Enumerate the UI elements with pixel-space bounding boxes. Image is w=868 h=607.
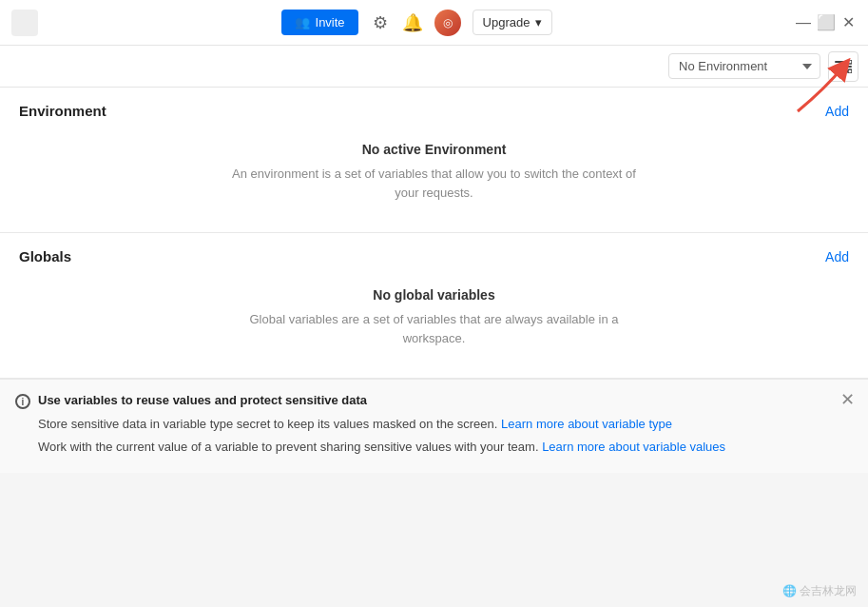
- globals-add-button[interactable]: Add: [825, 249, 849, 264]
- watermark: 🌐 会吉林龙网: [782, 583, 857, 599]
- titlebar-right: — ⬜ ✕: [796, 15, 857, 30]
- upgrade-button[interactable]: Upgrade ▾: [473, 10, 553, 35]
- globals-section-title: Globals: [19, 248, 71, 264]
- svg-rect-1: [835, 66, 852, 68]
- titlebar-left: [11, 10, 38, 36]
- svg-rect-4: [848, 69, 852, 73]
- gear-icon[interactable]: ⚙: [370, 12, 391, 33]
- environment-section-title: Environment: [19, 103, 106, 119]
- info-banner-line2: Work with the current value of a variabl…: [38, 438, 849, 457]
- main-panel: Environment Add No active Environment An…: [0, 88, 868, 473]
- globals-section-header: Globals Add: [19, 248, 849, 264]
- close-button[interactable]: ✕: [841, 15, 857, 30]
- chevron-down-icon: ▾: [535, 15, 542, 29]
- globals-section: Globals Add No global variables Global v…: [0, 233, 868, 379]
- bell-icon[interactable]: 🔔: [402, 12, 423, 33]
- invite-icon: 👥: [295, 15, 310, 29]
- upgrade-label: Upgrade: [483, 15, 530, 29]
- info-banner-title-text: Use variables to reuse values and protec…: [38, 393, 367, 407]
- titlebar-center: 👥 Invite ⚙ 🔔 ◎ Upgrade ▾: [281, 10, 553, 36]
- app-logo: [11, 10, 38, 36]
- environment-empty-state: No active Environment An environment is …: [19, 119, 849, 217]
- info-banner: i Use variables to reuse values and prot…: [0, 379, 868, 473]
- maximize-button[interactable]: ⬜: [819, 15, 834, 30]
- environment-add-button[interactable]: Add: [825, 104, 849, 119]
- environment-empty-desc: An environment is a set of variables tha…: [225, 165, 644, 202]
- invite-label: Invite: [316, 15, 345, 29]
- learn-more-variable-type-link[interactable]: Learn more about variable type: [501, 417, 672, 431]
- svg-rect-3: [848, 60, 852, 64]
- globals-empty-title: No global variables: [38, 287, 830, 303]
- environment-section: Environment Add No active Environment An…: [0, 88, 868, 233]
- environment-empty-title: No active Environment: [38, 142, 830, 157]
- info-banner-line1: Store sensitive data in variable type se…: [38, 415, 849, 434]
- environment-select[interactable]: No Environment: [668, 53, 820, 79]
- environment-bar: No Environment: [0, 46, 868, 88]
- invite-button[interactable]: 👥 Invite: [281, 10, 358, 35]
- info-banner-header: i Use variables to reuse values and prot…: [15, 393, 849, 409]
- manage-environments-button[interactable]: [828, 51, 858, 82]
- environment-section-header: Environment Add: [19, 103, 849, 119]
- manage-icon: [835, 60, 852, 73]
- avatar[interactable]: ◎: [434, 10, 461, 36]
- learn-more-variable-values-link[interactable]: Learn more about variable values: [542, 440, 725, 454]
- minimize-button[interactable]: —: [796, 15, 811, 30]
- close-banner-button[interactable]: ✕: [840, 391, 855, 408]
- globals-empty-state: No global variables Global variables are…: [19, 264, 849, 362]
- titlebar: 👥 Invite ⚙ 🔔 ◎ Upgrade ▾ — ⬜ ✕: [0, 0, 868, 46]
- info-icon: i: [15, 394, 30, 409]
- globals-empty-desc: Global variables are a set of variables …: [225, 310, 644, 347]
